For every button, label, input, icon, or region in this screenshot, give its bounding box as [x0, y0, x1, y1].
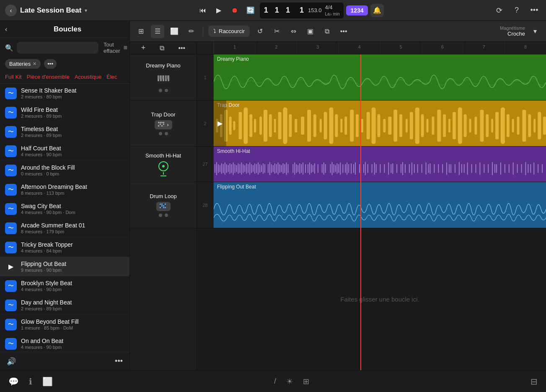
cat-elec[interactable]: Élec — [106, 74, 117, 80]
copy-button[interactable]: ⧉ — [320, 25, 334, 38]
grid-view-button[interactable]: ⊞ — [134, 25, 147, 38]
trap-door-play-button[interactable]: ▶ — [214, 101, 226, 146]
mixer-icon[interactable]: ⊞ — [303, 377, 309, 386]
mute-dot[interactable] — [159, 214, 162, 217]
share-button[interactable]: ⟳ — [492, 4, 506, 17]
track-content-smooth-hihat[interactable]: Smooth Hi-Hat — [214, 147, 546, 182]
loop-tool-button[interactable]: ↺ — [253, 25, 267, 38]
track-name-drum-loop: Drum Loop — [150, 193, 176, 199]
loop-item-flipping-out[interactable]: ▶ Flipping Out Beat 9 mesures · 90 bpm — [0, 257, 129, 276]
svg-rect-142 — [298, 165, 298, 172]
track-options-button[interactable]: ••• — [178, 44, 185, 52]
loop-meta: 9 mesures · 90 bpm — [21, 268, 124, 273]
info-icon[interactable]: ℹ — [29, 377, 32, 387]
loop-item[interactable]: 〜 Tricky Break Topper 4 mesures · 84 bpm — [0, 238, 129, 257]
raccourcir-button[interactable]: ⤵ Raccourcir — [208, 26, 250, 37]
list-view-button[interactable]: ☰ — [151, 25, 164, 38]
svg-rect-66 — [393, 110, 397, 142]
loop-button[interactable]: 🔄 — [244, 4, 257, 17]
svg-rect-131 — [276, 164, 277, 173]
sun-icon[interactable]: ☀ — [286, 377, 293, 386]
filter-icon[interactable]: ≡ — [124, 44, 127, 52]
loop-play-icon[interactable]: ▶ — [5, 261, 17, 273]
loop-item[interactable]: 〜 Wild Fire Beat 2 mesures · 89 bpm — [0, 103, 129, 122]
mute-dot[interactable] — [159, 89, 162, 92]
loop-item[interactable]: 〜 On and On Beat 4 mesures · 90 bpm — [0, 334, 129, 352]
svg-rect-23 — [165, 204, 166, 205]
solo-dot[interactable] — [165, 89, 168, 92]
cut-button[interactable]: ✂ — [270, 25, 283, 38]
loop-item[interactable]: 〜 Sense It Shaker Beat 2 mesures · 80 bp… — [0, 84, 129, 103]
magnetisme-value: Croche — [500, 31, 525, 37]
trap-door-pattern-button[interactable]: › — [155, 120, 172, 129]
loop-meta: 4 mesures · 84 bpm — [21, 248, 124, 253]
overflow-button[interactable]: ••• — [528, 4, 541, 17]
svg-rect-195 — [438, 164, 439, 173]
track-content-drum-loop[interactable]: Flipping Out Beat — [214, 182, 546, 228]
tracks-icon[interactable]: ⬜ — [42, 377, 53, 387]
clear-all-button[interactable]: Tout effacer — [104, 41, 120, 54]
pen-icon[interactable]: / — [274, 377, 276, 386]
magnetisme-chevron-icon[interactable]: ▾ — [528, 25, 542, 38]
track-content-trap-door[interactable]: Trap Door ▶ — [214, 101, 546, 146]
svg-rect-77 — [453, 112, 456, 139]
tag-more-button[interactable]: ••• — [44, 59, 57, 69]
loop-item[interactable]: 〜 Timeless Beat 2 mesures · 89 bpm — [0, 122, 129, 142]
search-input[interactable] — [17, 42, 98, 54]
select-button[interactable]: ▣ — [303, 25, 317, 38]
svg-rect-157 — [332, 162, 333, 175]
count-in-badge[interactable]: 1234 — [346, 5, 367, 15]
loop-name: Arcade Summer Beat 01 — [21, 222, 124, 229]
loop-item[interactable]: 〜 Around the Block Fill 0 mesures · 0 bp… — [0, 161, 129, 180]
bottom-right-icon[interactable]: ⊟ — [530, 377, 538, 387]
svg-rect-54 — [329, 107, 334, 144]
svg-rect-95 — [215, 164, 215, 173]
tag-remove-icon[interactable]: ✕ — [33, 61, 36, 67]
more-tools-button[interactable]: ••• — [337, 25, 350, 38]
solo-dot[interactable] — [165, 132, 168, 135]
svg-rect-153 — [322, 164, 323, 173]
svg-rect-179 — [388, 162, 389, 175]
active-tag-batteries[interactable]: Batteries ✕ — [5, 59, 41, 69]
resize-button[interactable]: ⇔ — [287, 25, 300, 38]
play-button[interactable]: ▶ — [212, 4, 225, 17]
filter-tags: Batteries ✕ ••• — [0, 57, 129, 72]
project-chevron-icon[interactable]: ▾ — [85, 8, 87, 13]
drop-zone: Faites glisser une boucle ici. — [197, 228, 546, 370]
loop-item[interactable]: 〜 Day and Night Beat 2 mesures · 89 bpm — [0, 296, 129, 315]
loop-item-glow-beyond[interactable]: 〜 Glow Beyond Beat Fill 1 mesure · 85 bp… — [0, 315, 129, 334]
help-button[interactable]: ? — [510, 4, 523, 17]
svg-rect-11 — [163, 122, 164, 123]
svg-rect-190 — [422, 164, 422, 173]
loop-item-swag-city[interactable]: 〜 Swag City Beat 4 mesures · 90 bpm · Do… — [0, 199, 129, 219]
svg-rect-118 — [253, 165, 254, 172]
add-track-button[interactable]: + — [141, 44, 146, 52]
duplicate-track-button[interactable]: ⧉ — [160, 44, 164, 52]
record-button[interactable]: ⏺ — [228, 4, 241, 17]
sidebar-back-button[interactable]: ‹ — [5, 26, 7, 33]
window-button[interactable]: ⬜ — [168, 25, 181, 38]
mute-dot[interactable] — [159, 132, 162, 135]
cat-acoustique[interactable]: Acoustique — [75, 74, 101, 80]
loop-item[interactable]: 〜 Half Court Beat 4 mesures · 90 bpm — [0, 142, 129, 161]
svg-rect-83 — [486, 114, 489, 137]
solo-dot[interactable] — [165, 214, 168, 217]
loop-item[interactable]: 〜 Afternoon Dreaming Beat 8 mesures · 11… — [0, 180, 129, 199]
volume-icon[interactable]: 🔊 — [7, 357, 16, 366]
loop-waveform-icon: 〜 — [5, 280, 17, 292]
svg-rect-80 — [469, 119, 471, 133]
pencil-button[interactable]: ✏ — [184, 25, 198, 38]
loop-item[interactable]: 〜 Brooklyn Style Beat 4 mesures · 90 bpm — [0, 276, 129, 296]
svg-rect-176 — [376, 164, 377, 173]
cat-piece[interactable]: Pièce d'ensemble — [27, 74, 70, 80]
loops-icon[interactable]: 💬 — [8, 377, 19, 387]
back-button[interactable]: ‹ — [5, 5, 17, 16]
track-content-dreamy-piano[interactable]: Dreamy Piano — [214, 54, 546, 100]
loop-meta: 8 mesures · 113 bpm — [21, 191, 124, 196]
footer-more-icon[interactable]: ••• — [115, 357, 123, 366]
rewind-button[interactable]: ⏮ — [196, 4, 210, 17]
notification-button[interactable]: 🔔 — [370, 4, 384, 17]
cat-full-kit[interactable]: Full Kit — [5, 74, 22, 80]
loop-item[interactable]: 〜 Arcade Summer Beat 01 8 mesures · 179 … — [0, 219, 129, 238]
drum-loop-pattern-button[interactable] — [156, 202, 171, 211]
